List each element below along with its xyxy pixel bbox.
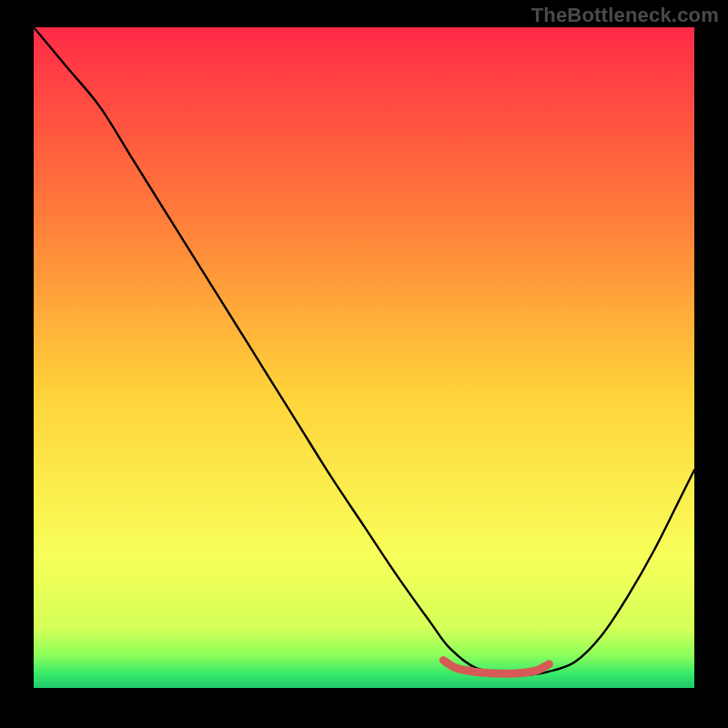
gradient-background xyxy=(34,27,694,688)
bottleneck-curve-chart xyxy=(34,27,694,688)
watermark-text: TheBottleneck.com xyxy=(531,4,719,27)
chart-plot-area xyxy=(34,27,694,688)
